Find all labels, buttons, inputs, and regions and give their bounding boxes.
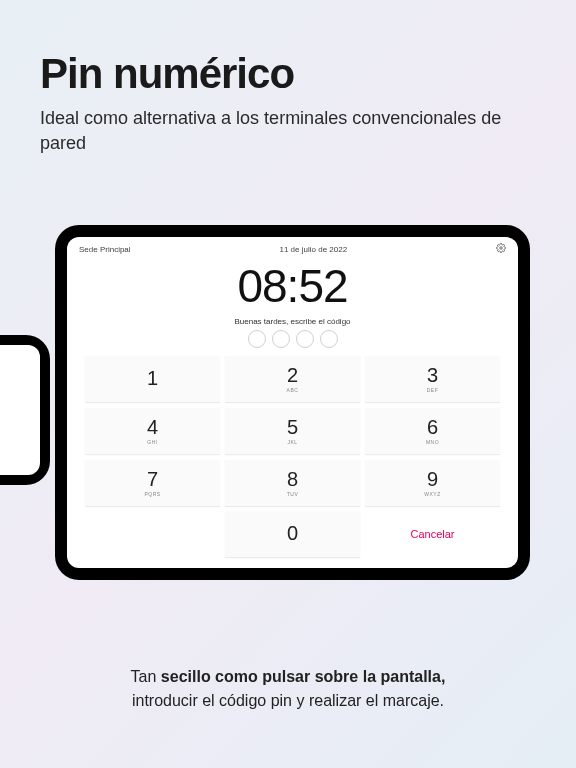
tablet-frame: Sede Principal 11 de julio de 2022 08:52… (55, 225, 530, 580)
key-letters: WXYZ (424, 491, 440, 497)
key-number: 3 (427, 365, 438, 385)
key-6[interactable]: 6 MNO (365, 408, 500, 454)
footer-bold: secillo como pulsar sobre la pantalla, (161, 668, 446, 685)
key-letters: JKL (287, 439, 297, 445)
location-label: Sede Principal (79, 245, 131, 254)
key-4[interactable]: 4 GHI (85, 408, 220, 454)
page-title: Pin numérico (40, 50, 536, 98)
key-number: 8 (287, 469, 298, 489)
partial-tablet-frame (0, 335, 50, 485)
partial-tablet-screen (0, 345, 40, 475)
key-1[interactable]: 1 (85, 356, 220, 402)
status-bar: Sede Principal 11 de julio de 2022 (67, 237, 518, 257)
key-number: 4 (147, 417, 158, 437)
pin-indicator (67, 330, 518, 348)
key-letters: MNO (426, 439, 439, 445)
gear-icon[interactable] (496, 243, 506, 255)
svg-point-0 (500, 247, 503, 250)
keypad: 1 2 ABC 3 DEF 4 GHI 5 JKL 6 MNO (67, 356, 518, 568)
key-7[interactable]: 7 PQRS (85, 460, 220, 506)
key-number: 6 (427, 417, 438, 437)
key-number: 5 (287, 417, 298, 437)
key-letters: TUV (287, 491, 299, 497)
key-2[interactable]: 2 ABC (225, 356, 360, 402)
pin-dot (248, 330, 266, 348)
key-letters: ABC (287, 387, 299, 393)
time-display: 08:52 (67, 259, 518, 313)
pin-dot (296, 330, 314, 348)
key-number: 7 (147, 469, 158, 489)
key-empty (85, 511, 220, 557)
footer-prefix: Tan (131, 668, 161, 685)
header-section: Pin numérico Ideal como alternativa a lo… (0, 0, 576, 186)
pin-dot (320, 330, 338, 348)
page-subtitle: Ideal como alternativa a los terminales … (40, 106, 536, 156)
tablet-screen: Sede Principal 11 de julio de 2022 08:52… (67, 237, 518, 568)
footer-line2: introducir el código pin y realizar el m… (132, 692, 444, 709)
key-3[interactable]: 3 DEF (365, 356, 500, 402)
key-letters: DEF (427, 387, 439, 393)
pin-dot (272, 330, 290, 348)
key-number: 1 (147, 368, 158, 388)
key-8[interactable]: 8 TUV (225, 460, 360, 506)
date-label: 11 de julio de 2022 (279, 245, 347, 254)
footer-section: Tan secillo como pulsar sobre la pantall… (0, 665, 576, 713)
cancel-button[interactable]: Cancelar (365, 511, 500, 557)
key-number: 2 (287, 365, 298, 385)
key-5[interactable]: 5 JKL (225, 408, 360, 454)
key-letters: PQRS (144, 491, 160, 497)
key-number: 9 (427, 469, 438, 489)
prompt-text: Buenas tardes, escribe el código (67, 317, 518, 326)
key-number: 0 (287, 523, 298, 543)
key-0[interactable]: 0 (225, 511, 360, 557)
key-letters: GHI (147, 439, 157, 445)
key-9[interactable]: 9 WXYZ (365, 460, 500, 506)
